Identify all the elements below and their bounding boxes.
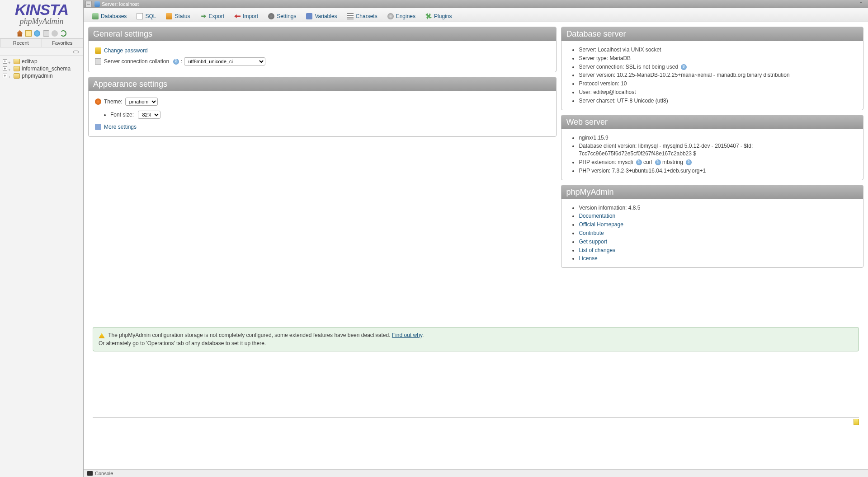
theme-icon bbox=[95, 98, 101, 105]
bookmark-icon[interactable] bbox=[854, 419, 859, 425]
notice-alt: Or alternately go to 'Operations' tab of… bbox=[99, 340, 266, 346]
tree-item-infoschema[interactable]: + information_schema bbox=[1, 65, 82, 72]
console-label: Console bbox=[95, 471, 113, 476]
tab-label: SQL bbox=[145, 13, 156, 19]
collation-select[interactable]: utf8mb4_unicode_ci bbox=[184, 57, 265, 65]
variables-icon bbox=[306, 13, 312, 19]
back-button[interactable]: ← bbox=[85, 1, 92, 7]
panel-pma: phpMyAdmin Version information: 4.8.5 Do… bbox=[561, 185, 863, 268]
engines-icon bbox=[387, 13, 394, 19]
help-icon[interactable] bbox=[173, 59, 179, 65]
tree-expand-icon[interactable] bbox=[8, 59, 13, 64]
info-item: nginx/1.15.9 bbox=[579, 134, 857, 142]
tree-toggle-icon[interactable]: + bbox=[3, 59, 7, 64]
pma-link-homepage[interactable]: Official Homepage bbox=[579, 221, 623, 228]
help-icon[interactable] bbox=[34, 30, 40, 37]
panel-web-server: Web server nginx/1.15.9 Database client … bbox=[561, 115, 863, 180]
panel-title: Web server bbox=[561, 115, 863, 129]
theme-select[interactable]: pmahomme bbox=[125, 98, 158, 106]
docs-icon[interactable] bbox=[43, 30, 49, 37]
import-icon bbox=[234, 13, 241, 19]
console-bar[interactable]: Console bbox=[84, 469, 868, 477]
tree-expand-icon[interactable] bbox=[8, 74, 13, 78]
tab-label: Settings bbox=[277, 13, 296, 19]
charsets-icon bbox=[347, 13, 354, 19]
tree-toggle-icon[interactable]: + bbox=[3, 66, 7, 71]
sidebar-tab-recent[interactable]: Recent bbox=[0, 38, 42, 47]
status-icon bbox=[166, 13, 172, 19]
database-icon bbox=[14, 73, 20, 79]
info-item: PHP version: 7.3.2-3+ubuntu16.04.1+deb.s… bbox=[579, 167, 857, 175]
panel-db-server: Database server Server: Localhost via UN… bbox=[561, 27, 863, 110]
collation-icon bbox=[95, 58, 101, 65]
collapse-icon[interactable]: ⌃ bbox=[859, 1, 865, 7]
sidebar-tab-favorites[interactable]: Favorites bbox=[42, 38, 84, 47]
pma-version: Version information: 4.8.5 bbox=[579, 204, 857, 212]
info-item: Server: Localhost via UNIX socket bbox=[579, 46, 857, 54]
more-settings-link[interactable]: More settings bbox=[104, 124, 137, 130]
databases-icon bbox=[92, 13, 99, 19]
tab-settings[interactable]: Settings bbox=[263, 10, 301, 22]
tree-toolbar bbox=[0, 47, 83, 56]
settings-icon bbox=[268, 13, 274, 19]
tab-label: Import bbox=[243, 13, 258, 19]
export-icon bbox=[200, 13, 206, 19]
panel-general: General settings Change password Server … bbox=[88, 27, 557, 72]
panel-title: General settings bbox=[89, 27, 556, 41]
pma-link-changes[interactable]: List of changes bbox=[579, 247, 615, 253]
tab-status[interactable]: Status bbox=[161, 10, 195, 22]
tree-item-editwp[interactable]: + editwp bbox=[1, 58, 82, 65]
pma-link-contribute[interactable]: Contribute bbox=[579, 230, 604, 236]
tab-import[interactable]: Import bbox=[229, 10, 263, 22]
nav-settings-icon[interactable] bbox=[52, 30, 58, 37]
tab-label: Plugins bbox=[434, 13, 452, 19]
notice-box: The phpMyAdmin configuration storage is … bbox=[93, 327, 859, 351]
sidebar-tabs: Recent Favorites bbox=[0, 38, 83, 47]
nav-icon-row bbox=[0, 28, 83, 38]
tab-label: Databases bbox=[101, 13, 127, 19]
home-icon[interactable] bbox=[17, 30, 23, 37]
tab-charsets[interactable]: Charsets bbox=[342, 10, 382, 22]
link-icon[interactable] bbox=[73, 51, 79, 53]
collation-label: Server connection collation bbox=[104, 58, 169, 65]
content: General settings Change password Server … bbox=[84, 22, 868, 477]
find-out-link[interactable]: Find out why bbox=[392, 332, 422, 338]
divider bbox=[93, 417, 859, 418]
tab-label: Status bbox=[175, 13, 190, 19]
tree-toggle-icon[interactable]: + bbox=[3, 74, 7, 78]
panel-title: phpMyAdmin bbox=[561, 185, 863, 199]
font-size-select[interactable]: 82% bbox=[138, 111, 160, 119]
tab-export[interactable]: Export bbox=[195, 10, 229, 22]
brand-logo: KINSTA bbox=[4, 1, 80, 19]
help-icon[interactable] bbox=[655, 159, 661, 165]
tab-sql[interactable]: SQL bbox=[132, 10, 161, 22]
info-item: User: editwp@localhost bbox=[579, 88, 857, 97]
logout-icon[interactable] bbox=[25, 30, 32, 37]
notice-text: The phpMyAdmin configuration storage is … bbox=[108, 332, 392, 338]
pma-link-license[interactable]: License bbox=[579, 255, 597, 262]
change-password-link[interactable]: Change password bbox=[104, 47, 148, 54]
main: ← Server: localhost ⌃ Databases SQL Stat… bbox=[84, 0, 868, 477]
tab-engines[interactable]: Engines bbox=[382, 10, 420, 22]
tab-label: Export bbox=[208, 13, 224, 19]
tab-databases[interactable]: Databases bbox=[87, 10, 132, 22]
tree-label: editwp bbox=[22, 58, 38, 65]
breadcrumb: ← Server: localhost ⌃ bbox=[84, 0, 868, 8]
tab-plugins[interactable]: Plugins bbox=[420, 10, 457, 22]
pma-link-docs[interactable]: Documentation bbox=[579, 213, 615, 219]
pma-link-support[interactable]: Get support bbox=[579, 238, 607, 245]
tree-item-phpmyadmin[interactable]: + phpmyadmin bbox=[1, 72, 82, 80]
theme-label: Theme: bbox=[104, 98, 123, 105]
tab-variables[interactable]: Variables bbox=[301, 10, 342, 22]
logo-area: KINSTA phpMyAdmin bbox=[0, 0, 83, 28]
help-icon[interactable] bbox=[636, 159, 642, 165]
breadcrumb-server-name: localhost bbox=[119, 1, 139, 7]
tree-expand-icon[interactable] bbox=[8, 66, 13, 71]
help-icon[interactable] bbox=[686, 159, 692, 165]
tree-label: phpmyadmin bbox=[22, 73, 53, 79]
font-size-row: Font size: 82% bbox=[110, 110, 550, 119]
reload-icon[interactable] bbox=[60, 30, 66, 37]
breadcrumb-server-label: Server: bbox=[102, 1, 118, 7]
sql-icon bbox=[137, 13, 143, 19]
help-icon[interactable] bbox=[681, 64, 687, 70]
